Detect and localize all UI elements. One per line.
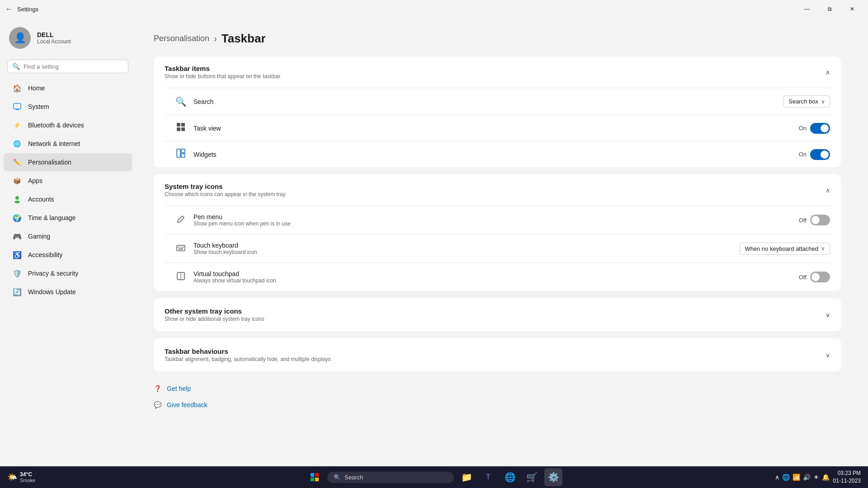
sidebar-item-home[interactable]: 🏠 Home: [4, 79, 132, 97]
minimize-button[interactable]: —: [797, 2, 817, 16]
sidebar-item-windows-update-label: Windows Update: [28, 288, 76, 296]
get-help-link[interactable]: ❓ Get help: [154, 380, 841, 397]
sidebar-item-system-label: System: [28, 103, 49, 110]
virtual-touchpad-row: Virtual touchpad Always show virtual tou…: [154, 263, 841, 291]
search-dropdown[interactable]: Search box ∨: [783, 95, 830, 108]
system-tray-title: System tray icons: [165, 183, 285, 190]
svg-text:✏️: ✏️: [13, 159, 21, 166]
system-icon: [13, 102, 22, 111]
edge-icon: 🌐: [505, 472, 516, 483]
other-tray-subtitle: Show or hide additional system tray icon…: [165, 316, 264, 322]
taskbar-items-title: Taskbar items: [165, 65, 280, 72]
taskbar-items-header[interactable]: Taskbar items Show or hide buttons that …: [154, 56, 841, 88]
sidebar-item-privacy[interactable]: 🛡️ Privacy & security: [4, 264, 132, 282]
system-tray-header[interactable]: System tray icons Choose which icons can…: [154, 174, 841, 206]
taskbar-search-bar[interactable]: 🔍 Search: [327, 472, 454, 483]
sidebar-item-bluetooth[interactable]: ⚡ Bluetooth & devices: [4, 116, 132, 134]
other-tray-card: Other system tray icons Show or hide add…: [154, 298, 841, 331]
give-feedback-link[interactable]: 💬 Give feedback: [154, 397, 841, 413]
task-view-label: Task view: [193, 125, 221, 132]
title-bar-left: ← Settings: [5, 5, 38, 13]
personalisation-icon: ✏️: [13, 158, 22, 167]
svg-rect-15: [177, 245, 185, 251]
touch-keyboard-dropdown-chevron: ∨: [821, 245, 825, 252]
widgets-toggle[interactable]: [810, 149, 830, 160]
volume-icon[interactable]: 🔊: [803, 474, 811, 481]
touch-keyboard-icon: [175, 243, 186, 254]
virtual-touchpad-toggle-label: Off: [799, 274, 807, 281]
sidebar-item-apps[interactable]: 📦 Apps: [4, 172, 132, 190]
content-area: Personalisation › Taskbar Taskbar items …: [136, 18, 868, 466]
taskbar-search-icon: 🔍: [334, 474, 341, 481]
taskbar-search-label: Search: [344, 474, 363, 481]
close-button[interactable]: ✕: [842, 2, 863, 16]
taskbar-right: ∧ 🌐 📶 🔊 ☀ 🔔 03:23 PM 01-11-2023: [775, 469, 861, 485]
network-icon[interactable]: 🌐: [782, 474, 790, 481]
sidebar-item-personalisation[interactable]: ✏️ Personalisation: [4, 153, 132, 171]
system-tray-card: System tray icons Choose which icons can…: [154, 174, 841, 291]
widgets-row: Widgets On: [154, 141, 841, 167]
back-icon[interactable]: ←: [5, 5, 13, 13]
svg-rect-20: [179, 249, 183, 249]
widgets-toggle-thumb: [821, 150, 829, 159]
weather-temp: 34°C: [20, 471, 35, 478]
sidebar-search-box[interactable]: 🔍: [7, 60, 128, 73]
taskbar-clock[interactable]: 03:23 PM 01-11-2023: [833, 469, 861, 485]
wifi-icon[interactable]: 📶: [793, 474, 800, 481]
store-button[interactable]: 🛒: [523, 468, 541, 486]
sidebar-item-windows-update[interactable]: 🔄 Windows Update: [4, 283, 132, 301]
pen-menu-toggle-container: Off: [799, 215, 830, 225]
svg-text:📦: 📦: [13, 177, 21, 185]
sidebar-item-gaming[interactable]: 🎮 Gaming: [4, 227, 132, 245]
breadcrumb-separator: ›: [214, 33, 217, 44]
task-view-toggle[interactable]: [810, 123, 830, 134]
svg-rect-18: [181, 247, 182, 248]
svg-rect-24: [315, 473, 319, 477]
virtual-touchpad-toggle-container: Off: [799, 272, 830, 282]
taskbar-behaviours-header[interactable]: Taskbar behaviours Taskbar alignment, ba…: [154, 338, 841, 371]
notification-icon[interactable]: 🔔: [822, 474, 830, 481]
user-account-type: Local Account: [37, 38, 71, 45]
svg-rect-1: [15, 109, 19, 110]
taskbar-items-card: Taskbar items Show or hide buttons that …: [154, 56, 841, 167]
pen-menu-toggle[interactable]: [810, 215, 830, 225]
edge-browser-button[interactable]: 🌐: [501, 468, 519, 486]
apps-icon: 📦: [13, 176, 22, 185]
accounts-icon: [13, 195, 22, 204]
file-explorer-button[interactable]: 📁: [458, 468, 476, 486]
svg-rect-9: [181, 123, 185, 127]
svg-rect-16: [178, 247, 179, 248]
svg-rect-25: [311, 478, 314, 481]
breadcrumb: Personalisation › Taskbar: [154, 32, 841, 46]
sidebar-item-time[interactable]: 🌍 Time & language: [4, 209, 132, 227]
sidebar-item-accounts[interactable]: Accounts: [4, 190, 132, 208]
sidebar-item-system[interactable]: System: [4, 98, 132, 116]
windows-update-icon: 🔄: [13, 287, 22, 296]
sidebar-search-input[interactable]: [24, 63, 123, 70]
user-section[interactable]: 👤 DELL Local Account: [0, 18, 136, 58]
sidebar-item-network[interactable]: 🌐 Network & internet: [4, 135, 132, 153]
other-tray-header[interactable]: Other system tray icons Show or hide add…: [154, 298, 841, 331]
svg-text:⚡: ⚡: [13, 122, 21, 129]
breadcrumb-parent: Personalisation: [154, 34, 209, 43]
virtual-touchpad-toggle[interactable]: [810, 272, 830, 282]
sidebar-item-accessibility[interactable]: ♿ Accessibility: [4, 246, 132, 264]
settings-button[interactable]: ⚙️: [544, 468, 562, 486]
brightness-icon[interactable]: ☀: [813, 474, 819, 481]
widgets-toggle-label: On: [799, 151, 807, 158]
task-view-icon: [175, 122, 186, 134]
weather-condition: Smoke: [20, 478, 35, 483]
taskbar-weather[interactable]: 🌤️ 34°C Smoke: [7, 471, 35, 483]
settings-icon: ⚙️: [548, 472, 559, 483]
touch-keyboard-dropdown[interactable]: When no keyboard attached ∨: [740, 243, 830, 255]
widgets-icon: [175, 149, 186, 160]
start-button[interactable]: [306, 468, 324, 486]
touch-keyboard-row: Touch keyboard Show touch keyboard icon …: [154, 235, 841, 263]
app-body: 👤 DELL Local Account 🔍 🏠 Home System: [0, 18, 868, 466]
other-tray-title: Other system tray icons: [165, 307, 264, 315]
restore-button[interactable]: ⧉: [819, 2, 840, 16]
virtual-touchpad-toggle-thumb: [811, 273, 820, 281]
teams-button[interactable]: T: [479, 468, 497, 486]
chevron-up-icon[interactable]: ∧: [775, 474, 779, 481]
svg-rect-11: [181, 127, 185, 131]
